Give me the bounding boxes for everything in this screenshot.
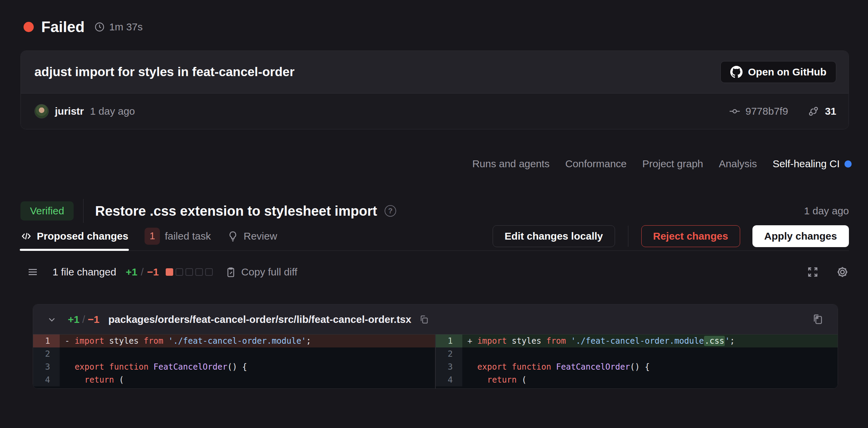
expand-icon[interactable] <box>807 266 819 278</box>
nav-item-analysis[interactable]: Analysis <box>719 158 757 170</box>
stat-block-empty <box>205 268 213 276</box>
commit-hash[interactable]: 9778b7f9 <box>745 105 788 117</box>
nav-item-self-healing-ci[interactable]: Self-healing CI <box>773 158 852 170</box>
stat-block-empty <box>176 268 183 276</box>
commit-time: 1 day ago <box>90 105 135 117</box>
code-content <box>462 347 838 360</box>
diff-pane-new: 1+ import styles from './feat-cancel-ord… <box>436 334 838 388</box>
top-nav: Runs and agents Conformance Project grap… <box>0 155 852 172</box>
diff-line: 1+ import styles from './feat-cancel-ord… <box>436 334 838 347</box>
reject-changes-button[interactable]: Reject changes <box>641 225 740 247</box>
line-number: 2 <box>436 347 462 360</box>
run-duration: 1m 37s <box>109 21 143 33</box>
stat-block-empty <box>195 268 203 276</box>
apply-changes-button[interactable]: Apply changes <box>752 225 849 247</box>
divider <box>83 199 84 223</box>
line-number: 3 <box>436 360 462 373</box>
code-content: return ( <box>60 373 435 386</box>
open-on-github-label: Open on GitHub <box>748 66 826 78</box>
branch-count[interactable]: 31 <box>825 105 836 117</box>
gear-icon[interactable] <box>836 266 849 279</box>
code-content: - import styles from './feat-cancel-orde… <box>60 334 435 347</box>
nav-item-label: Self-healing CI <box>773 158 840 170</box>
avatar <box>34 104 49 118</box>
count-separator: / <box>141 266 144 278</box>
verified-badge: Verified <box>20 201 74 220</box>
line-number: 1 <box>33 334 60 347</box>
nav-item-runs-and-agents[interactable]: Runs and agents <box>472 158 550 170</box>
line-number: 4 <box>33 373 60 386</box>
code-content: return ( <box>462 373 838 386</box>
tabs-row: Proposed changes 1 failed task Review Ed… <box>20 222 849 251</box>
tab-review[interactable]: Review <box>227 222 277 251</box>
diff-line: 1- import styles from './feat-cancel-ord… <box>33 334 435 347</box>
tab-label: failed task <box>165 230 211 242</box>
github-icon <box>730 66 743 78</box>
commit-meta-group: 9778b7f9 31 <box>729 105 836 117</box>
fix-section-header: Verified Restore .css extension to style… <box>20 200 849 222</box>
clipboard-icon <box>225 266 237 278</box>
run-card-footer: juristr 1 day ago 9778b7f9 31 <box>21 94 849 129</box>
open-on-github-button[interactable]: Open on GitHub <box>720 61 836 83</box>
diff-line: 2 <box>33 347 435 360</box>
line-number: 2 <box>33 347 60 360</box>
fix-title: Restore .css extension to stylesheet imp… <box>95 203 377 219</box>
help-icon[interactable]: ? <box>385 205 396 217</box>
line-number: 4 <box>436 373 462 386</box>
status-failed-dot <box>24 22 34 32</box>
files-changed-label: 1 file changed <box>53 266 116 278</box>
code-content: export function FeatCancelOrder() { <box>60 360 435 373</box>
diff-toolbar: 1 file changed +1 / −1 Copy full diff <box>27 262 849 282</box>
commit-icon <box>729 105 740 117</box>
diff-file-header: +1 / −1 packages/orders/feat-cancel-orde… <box>33 304 838 334</box>
chevron-down-icon[interactable] <box>47 314 57 325</box>
diff-body: 1- import styles from './feat-cancel-ord… <box>33 334 838 388</box>
file-count-separator: / <box>82 314 85 325</box>
compare-branch-icon <box>807 105 820 117</box>
author-group: juristr 1 day ago <box>34 104 135 118</box>
copy-file-icon[interactable] <box>812 313 824 326</box>
run-card: adjust import for styles in feat-cancel-… <box>20 51 849 129</box>
fix-time: 1 day ago <box>804 205 849 217</box>
diff-line: 4 return ( <box>436 373 838 386</box>
failed-count-badge: 1 <box>145 228 160 245</box>
status-label: Failed <box>41 18 85 35</box>
copy-full-diff-label: Copy full diff <box>241 266 298 278</box>
tab-label: Proposed changes <box>37 230 128 242</box>
edit-changes-locally-button[interactable]: Edit changes locally <box>493 225 615 247</box>
notification-dot <box>844 160 852 168</box>
tab-proposed-changes[interactable]: Proposed changes <box>20 222 128 251</box>
file-additions: +1 <box>68 314 79 325</box>
hamburger-icon[interactable] <box>27 266 39 278</box>
nav-item-conformance[interactable]: Conformance <box>565 158 627 170</box>
diff-line: 3 export function FeatCancelOrder() { <box>33 360 435 373</box>
copy-full-diff-button[interactable]: Copy full diff <box>225 266 298 278</box>
code-icon <box>20 230 32 242</box>
diff-line: 4 return ( <box>33 373 435 386</box>
tabs: Proposed changes 1 failed task Review <box>20 222 277 251</box>
clock-icon <box>94 22 105 32</box>
run-title: adjust import for styles in feat-cancel-… <box>34 65 295 79</box>
code-content: + import styles from './feat-cancel-orde… <box>462 334 838 347</box>
deletions-count: −1 <box>147 266 159 278</box>
tab-failed-task[interactable]: 1 failed task <box>145 222 211 251</box>
run-status-row: Failed 1m 37s <box>24 18 868 35</box>
tab-label: Review <box>243 230 277 242</box>
nav-item-project-graph[interactable]: Project graph <box>642 158 703 170</box>
diff-pane-old: 1- import styles from './feat-cancel-ord… <box>33 334 435 388</box>
diff-toolbar-right <box>807 266 849 279</box>
diff-line: 2 <box>436 347 838 360</box>
line-number: 3 <box>33 360 60 373</box>
diff-stat-blocks <box>166 268 213 276</box>
divider <box>628 226 628 247</box>
stat-block-filled <box>166 268 173 276</box>
additions-count: +1 <box>126 266 137 278</box>
file-path: packages/orders/feat-cancel-order/src/li… <box>108 314 411 325</box>
author-name: juristr <box>55 105 84 117</box>
copy-icon[interactable] <box>419 314 429 325</box>
action-buttons: Edit changes locally Reject changes Appl… <box>493 225 849 247</box>
diff-line: 3 export function FeatCancelOrder() { <box>436 360 838 373</box>
file-deletions: −1 <box>88 314 100 325</box>
stat-block-empty <box>185 268 193 276</box>
diff-file-card: +1 / −1 packages/orders/feat-cancel-orde… <box>33 304 838 389</box>
